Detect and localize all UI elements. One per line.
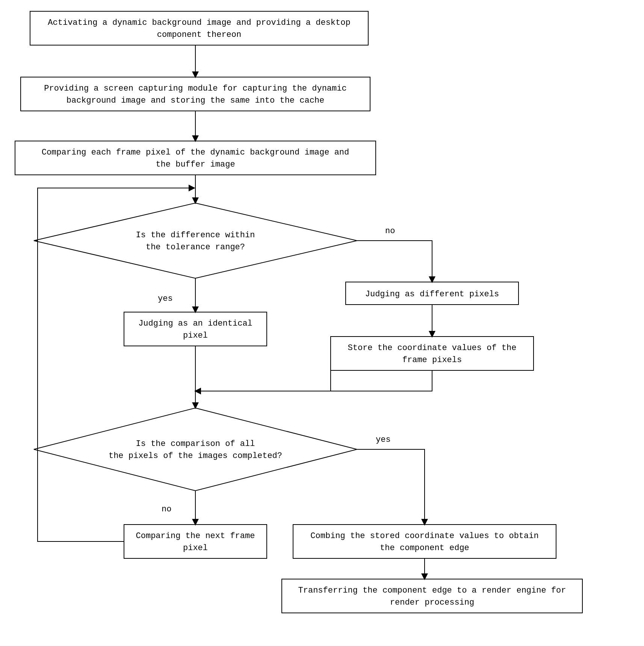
text: Judging as an identical — [138, 319, 252, 328]
text: Comparing the next frame — [136, 531, 255, 541]
label-d1-yes: yes — [158, 294, 173, 303]
node-store-coordinates: Store the coordinate values of the frame… — [331, 337, 534, 370]
text: Activating a dynamic background image an… — [48, 18, 350, 27]
svg-rect-9 — [293, 525, 556, 558]
text: Providing a screen capturing module for … — [44, 84, 346, 93]
svg-marker-7 — [34, 408, 357, 491]
text: Transferring the component edge to a ren… — [298, 586, 566, 595]
text: background image and storing the same in… — [67, 96, 325, 105]
text: Comparing each frame pixel of the dynami… — [42, 148, 349, 157]
text: pixel — [183, 331, 208, 340]
svg-rect-0 — [30, 11, 368, 45]
node-different-pixels: Judging as different pixels — [346, 282, 519, 305]
text: Store the coordinate values of the — [348, 343, 517, 353]
node-transfer-render: Transferring the component edge to a ren… — [282, 579, 582, 613]
decision-tolerance: Is the difference within the tolerance r… — [34, 203, 357, 278]
text: Combing the stored coordinate values to … — [310, 531, 538, 541]
node-compare-next: Comparing the next frame pixel — [124, 525, 267, 558]
svg-rect-2 — [15, 141, 376, 175]
label-d1-no: no — [385, 226, 395, 236]
svg-rect-1 — [21, 77, 370, 111]
text: the component edge — [380, 543, 469, 553]
label-d2-no: no — [162, 505, 171, 514]
node-activate-background: Activating a dynamic background image an… — [30, 11, 368, 45]
text: the pixels of the images completed? — [109, 451, 282, 461]
text: component thereon — [157, 30, 241, 39]
text: render processing — [390, 598, 474, 607]
text: Is the comparison of all — [136, 439, 255, 449]
text: Is the difference within — [136, 230, 255, 240]
flowchart: Activating a dynamic background image an… — [0, 0, 644, 646]
svg-rect-4 — [124, 312, 267, 346]
text: frame pixels — [402, 355, 462, 365]
text: Judging as different pixels — [365, 290, 499, 299]
svg-rect-8 — [124, 525, 267, 558]
label-d2-yes: yes — [376, 435, 391, 444]
node-compare-frame: Comparing each frame pixel of the dynami… — [15, 141, 376, 175]
text: the buffer image — [156, 160, 235, 169]
svg-rect-10 — [282, 579, 582, 613]
node-combine-edge: Combing the stored coordinate values to … — [293, 525, 556, 558]
text: pixel — [183, 543, 208, 553]
edge-n6-merge2 — [197, 370, 432, 391]
svg-rect-6 — [331, 337, 534, 370]
edge-d2-yes — [357, 449, 425, 525]
edge-d1-no — [357, 241, 432, 282]
text: the tolerance range? — [146, 243, 245, 252]
svg-marker-3 — [34, 203, 357, 278]
node-identical-pixel: Judging as an identical pixel — [124, 312, 267, 346]
node-screen-capture: Providing a screen capturing module for … — [21, 77, 370, 111]
decision-all-pixels-done: Is the comparison of all the pixels of t… — [34, 408, 357, 491]
